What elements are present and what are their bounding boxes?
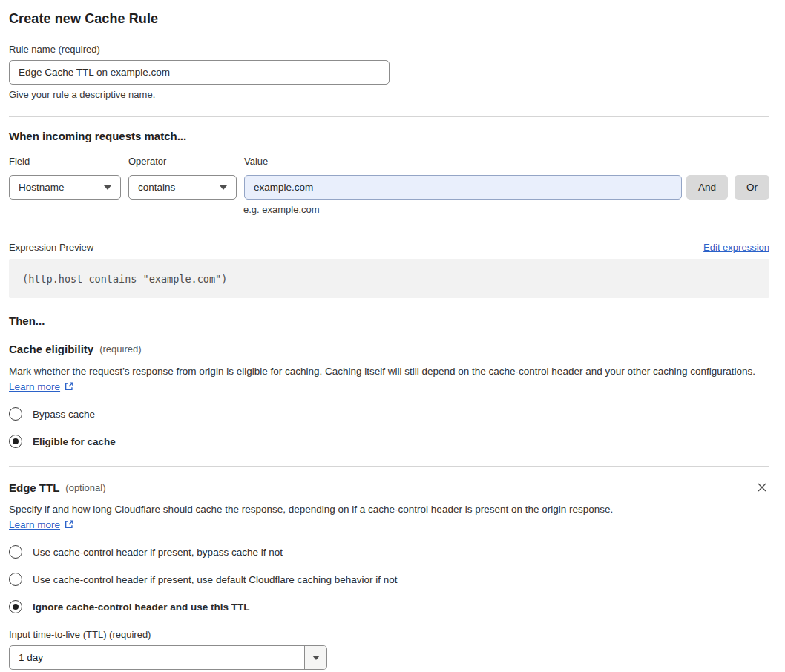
cache-eligibility-heading: Cache eligibility (9, 343, 93, 355)
match-condition-row: Hostname contains And Or (9, 175, 769, 200)
radio-option-bypass-cache[interactable]: Bypass cache (9, 407, 769, 421)
page-title: Create new Cache Rule (9, 11, 769, 27)
radio-label: Ignore cache-control header and use this… (33, 602, 250, 613)
ttl-select-value: 1 day (10, 646, 304, 669)
value-input[interactable] (244, 175, 682, 200)
cache-rule-form: Create new Cache Rule Rule name (require… (0, 11, 785, 670)
optional-tag: (optional) (65, 482, 105, 493)
and-button[interactable]: And (686, 175, 728, 200)
learn-more-link[interactable]: Learn more (9, 519, 60, 530)
ttl-select-arrow-button[interactable] (304, 646, 326, 669)
close-icon (756, 481, 768, 493)
value-column-label: Value (244, 156, 268, 167)
radio-label: Bypass cache (33, 409, 95, 420)
value-help-text: e.g. example.com (243, 204, 769, 215)
edge-ttl-heading: Edge TTL (9, 481, 59, 494)
chevron-down-icon (312, 656, 320, 660)
cache-eligibility-description: Mark whether the request’s response from… (9, 363, 769, 396)
expression-preview-row: Expression Preview Edit expression (9, 242, 769, 253)
field-column-label: Field (9, 156, 128, 167)
edge-ttl-description: Specify if and how long Cloudflare shoul… (9, 501, 625, 534)
expression-code-block: (http.host contains "example.com") (9, 259, 769, 298)
ttl-select[interactable]: 1 day (9, 645, 327, 670)
rule-name-help-text: Give your rule a descriptive name. (9, 89, 769, 100)
expression-preview-label: Expression Preview (9, 242, 93, 253)
expression-code: (http.host contains "example.com") (22, 273, 227, 285)
operator-column-label: Operator (128, 156, 244, 167)
rule-name-label: Rule name (required) (9, 44, 769, 55)
rule-name-input[interactable] (9, 60, 390, 85)
radio-option-use-header-default[interactable]: Use cache-control header if present, use… (9, 573, 769, 586)
radio-icon (9, 573, 22, 586)
radio-label: Eligible for cache (33, 436, 116, 447)
edge-ttl-heading-row: Edge TTL (optional) (9, 480, 769, 495)
chevron-down-icon (104, 185, 111, 190)
then-section-heading: Then... (9, 314, 769, 327)
radio-icon (9, 545, 22, 559)
radio-icon-selected (9, 600, 22, 613)
radio-icon (9, 407, 22, 421)
radio-option-use-header-bypass[interactable]: Use cache-control header if present, byp… (9, 545, 769, 559)
radio-option-ignore-header-use-ttl[interactable]: Ignore cache-control header and use this… (9, 600, 769, 613)
operator-select-value: contains (138, 182, 175, 193)
cache-eligibility-heading-row: Cache eligibility (required) (9, 343, 769, 355)
field-select-value: Hostname (19, 182, 65, 193)
radio-label: Use cache-control header if present, byp… (33, 547, 283, 558)
close-edge-ttl-button[interactable] (755, 480, 769, 495)
external-link-icon (64, 381, 74, 396)
radio-label: Use cache-control header if present, use… (33, 574, 398, 585)
radio-icon-selected (9, 435, 22, 448)
ttl-input-label: Input time-to-live (TTL) (required) (9, 629, 769, 640)
divider (9, 116, 769, 117)
or-button[interactable]: Or (735, 175, 769, 200)
operator-select[interactable]: contains (128, 175, 237, 200)
match-column-labels: Field Operator Value (9, 156, 769, 167)
edit-expression-link[interactable]: Edit expression (703, 242, 769, 253)
radio-option-eligible-for-cache[interactable]: Eligible for cache (9, 435, 769, 448)
field-select[interactable]: Hostname (9, 175, 121, 200)
required-tag: (required) (99, 343, 141, 355)
match-section-heading: When incoming requests match... (9, 130, 769, 142)
external-link-icon (64, 518, 74, 534)
divider (9, 466, 769, 467)
learn-more-link[interactable]: Learn more (9, 381, 60, 392)
chevron-down-icon (220, 185, 227, 190)
